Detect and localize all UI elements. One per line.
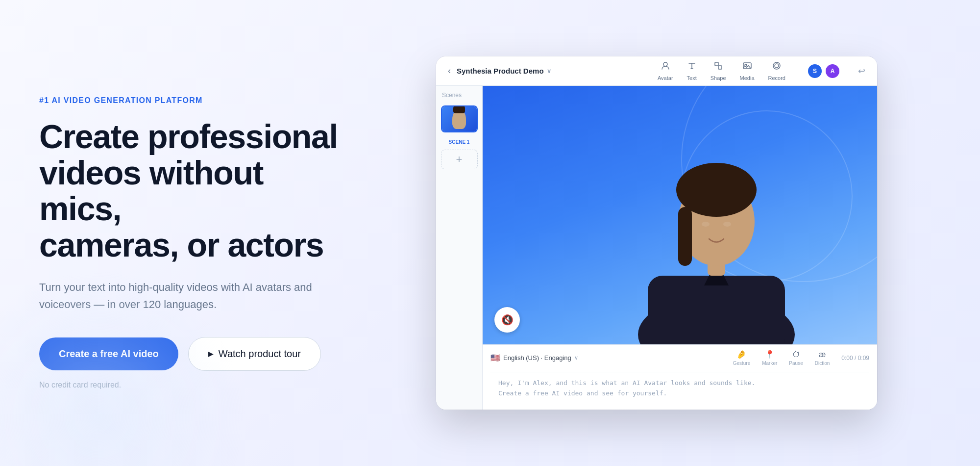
top-bar: ‹ Synthesia Product Demo ∨ Avatar: [436, 56, 877, 86]
mute-icon: 🔇: [501, 314, 514, 326]
scenes-panel: Scenes SCENE 1 +: [436, 86, 483, 410]
toolbar-text[interactable]: Text: [687, 61, 697, 81]
video-background: 🔇: [483, 86, 877, 344]
user-avatar-2: A: [825, 63, 840, 79]
create-free-video-button[interactable]: Create a free AI video: [39, 337, 178, 370]
language-selector[interactable]: 🇺🇸 English (US) · Engaging ∨: [490, 353, 578, 362]
script-text[interactable]: Hey, I'm Alex, and this is what an AI Av…: [498, 378, 861, 399]
no-credit-card-text: No credit card required.: [39, 381, 343, 389]
user-avatar-1: S: [807, 63, 823, 79]
project-title: Synthesia Product Demo ∨: [457, 67, 551, 75]
marker-icon: 📍: [765, 350, 775, 359]
back-button[interactable]: ‹: [444, 62, 455, 80]
page-container: #1 AI VIDEO GENERATION PLATFORM Create p…: [0, 0, 980, 466]
svg-rect-13: [678, 207, 692, 266]
toolbar-user-avatars: S A: [807, 63, 840, 79]
avatar-icon: [661, 61, 670, 73]
tagline: #1 AI VIDEO GENERATION PLATFORM: [39, 96, 343, 105]
subheadline: Turn your text into high-quality videos …: [39, 279, 314, 313]
time-display: 0:00 / 0:09: [841, 355, 869, 362]
scene-1-label: SCENE 1: [449, 139, 470, 145]
svg-point-15: [723, 222, 731, 227]
right-panel: ‹ Synthesia Product Demo ∨ Avatar: [372, 56, 941, 410]
diction-control[interactable]: æ Diction: [815, 350, 830, 366]
pause-control[interactable]: ⏱ Pause: [789, 350, 803, 366]
cta-row: Create a free AI video ▶ Watch product t…: [39, 337, 343, 371]
toolbar-right: Avatar Text: [658, 61, 869, 81]
headline: Create professional videos without mics,…: [39, 119, 343, 263]
svg-rect-2: [718, 66, 722, 69]
app-window: ‹ Synthesia Product Demo ∨ Avatar: [436, 56, 877, 410]
toolbar-avatar[interactable]: Avatar: [658, 61, 673, 81]
svg-rect-8: [648, 276, 785, 344]
record-icon: [772, 61, 782, 73]
text-icon: [687, 61, 697, 73]
svg-point-5: [775, 64, 779, 68]
editor-area: 🔇 🇺🇸 English (US) · Engaging ∨: [483, 86, 877, 410]
flag-icon: 🇺🇸: [490, 353, 500, 362]
shape-icon: [713, 61, 723, 73]
language-chevron-icon: ∨: [574, 355, 578, 361]
main-area: Scenes SCENE 1 +: [436, 86, 877, 410]
media-icon: [742, 61, 752, 73]
toolbar-record[interactable]: Record: [768, 61, 785, 81]
toolbar-shape[interactable]: Shape: [710, 61, 726, 81]
toolbar-media[interactable]: Media: [740, 61, 755, 81]
language-row: 🇺🇸 English (US) · Engaging ∨ 🤌 Gesture: [490, 350, 869, 366]
left-panel: #1 AI VIDEO GENERATION PLATFORM Create p…: [39, 77, 372, 389]
watch-product-tour-button[interactable]: ▶ Watch product tour: [188, 337, 321, 371]
svg-point-0: [663, 62, 667, 66]
play-icon: ▶: [208, 350, 214, 358]
undo-icon[interactable]: ↩: [854, 62, 869, 80]
video-container: 🔇: [483, 86, 877, 344]
bottom-controls: 🇺🇸 English (US) · Engaging ∨ 🤌 Gesture: [483, 344, 877, 410]
svg-point-14: [702, 222, 710, 227]
title-chevron-icon: ∨: [547, 68, 551, 75]
scene-1-thumbnail[interactable]: [441, 105, 478, 132]
voice-controls: 🤌 Gesture 📍 Marker ⏱ Pause: [733, 350, 869, 366]
script-area: Hey, I'm Alex, and this is what an AI Av…: [490, 372, 869, 405]
marker-control[interactable]: 📍 Marker: [762, 350, 777, 366]
svg-rect-1: [715, 62, 718, 66]
svg-point-6: [773, 62, 780, 69]
ai-avatar-person: [618, 86, 824, 344]
add-scene-button[interactable]: +: [441, 150, 478, 169]
gesture-control[interactable]: 🤌 Gesture: [733, 350, 751, 366]
diction-icon: æ: [819, 350, 826, 359]
pause-icon: ⏱: [792, 350, 800, 359]
gesture-icon: 🤌: [736, 350, 746, 359]
scenes-label: Scenes: [440, 92, 462, 99]
